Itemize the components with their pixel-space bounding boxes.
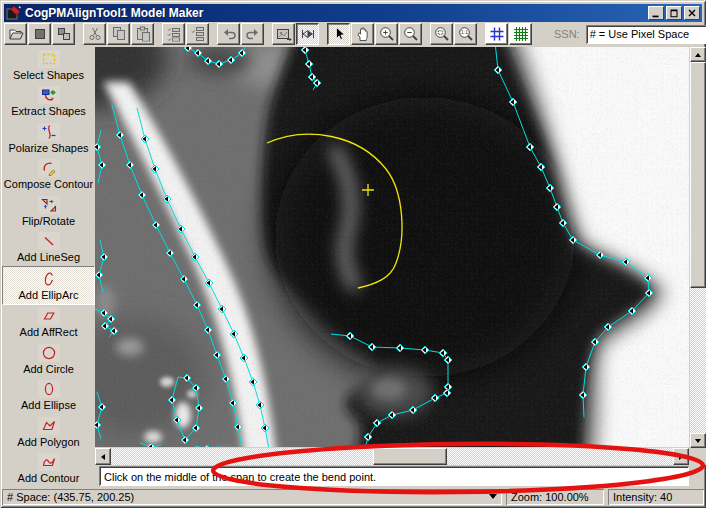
sidebar-item-label: Select Shapes <box>13 69 84 81</box>
undo-button[interactable] <box>217 23 240 45</box>
sidebar-item-add-elliparc[interactable]: Add EllipArc <box>2 266 95 305</box>
sidebar-item-label: Add EllipArc <box>19 289 79 301</box>
model-image-canvas[interactable] <box>95 47 689 447</box>
down-arrow-icon <box>695 439 701 446</box>
polarize-shapes-icon <box>38 123 60 141</box>
sidebar-item-polarize-shapes[interactable]: Polarize Shapes <box>2 120 95 157</box>
sidebar-item-label: Extract Shapes <box>11 105 86 117</box>
sidebar-item-add-lineseg[interactable]: Add LineSeg <box>2 230 95 267</box>
current-image-button[interactable] <box>28 23 51 45</box>
open-button[interactable] <box>4 23 27 45</box>
add-contour-icon <box>38 453 60 471</box>
sidebar-item-extract-shapes[interactable]: Extract Shapes <box>2 84 95 121</box>
sidebar-item-label: Add Circle <box>23 363 74 375</box>
pointer-icon <box>331 26 347 42</box>
add-elliparc-icon <box>38 270 60 288</box>
sidebar-item-add-polygon[interactable]: Add Polygon <box>2 414 95 451</box>
zoom-in-icon <box>379 26 395 42</box>
up-arrow-icon <box>695 50 701 57</box>
svg-text:1:1: 1:1 <box>461 29 468 35</box>
sidebar-item-compose-contour[interactable]: Compose Contour <box>2 157 95 194</box>
sidebar-item-add-circle[interactable]: Add Circle <box>2 341 95 378</box>
sidebar-item-label: Add Contour <box>18 472 80 484</box>
toolbar-group-6: 1:1 <box>430 23 478 45</box>
close-icon <box>686 7 698 19</box>
sidebar-item-label: Compose Contour <box>4 178 93 190</box>
grid-subpixel-icon <box>513 26 529 42</box>
redo-button[interactable] <box>241 23 264 45</box>
open-icon <box>8 26 24 42</box>
sidebar-item-add-ellipse[interactable]: Add Ellipse <box>2 378 95 415</box>
ssn-label: SSN: <box>554 28 580 40</box>
space-dropdown-icon[interactable] <box>489 494 497 503</box>
copy-shapes-button[interactable] <box>52 23 75 45</box>
intensity-value: Intensity: 40 <box>613 491 672 503</box>
paste-icon <box>135 26 151 42</box>
minimize-icon <box>650 7 662 19</box>
sidebar-item-add-contour[interactable]: Add Contour <box>2 451 95 488</box>
zoom-level: Zoom: 100.00% <box>511 491 589 503</box>
image-background <box>95 47 689 447</box>
scrollbar-corner <box>689 448 706 465</box>
zoom-out-button[interactable] <box>399 23 422 45</box>
extract-shapes-icon <box>38 86 60 104</box>
minimize-button[interactable] <box>648 6 664 20</box>
scroll-left-button[interactable] <box>95 448 111 465</box>
app-icon <box>6 5 22 21</box>
list-partial-button[interactable] <box>186 23 209 45</box>
close-button[interactable] <box>684 6 700 20</box>
add-lineseg-icon <box>38 232 60 250</box>
list-checked-icon <box>166 26 182 42</box>
sidebar-item-add-affrect[interactable]: Add AffRect <box>2 305 95 342</box>
add-affrect-icon <box>38 307 60 325</box>
display-image-button[interactable] <box>272 23 295 45</box>
pan-icon <box>355 26 371 42</box>
list-checked-button[interactable] <box>162 23 185 45</box>
zoom-in-button[interactable] <box>375 23 398 45</box>
title-bar[interactable]: CogPMAlignTool1 Model Maker <box>4 4 702 22</box>
pointer-button[interactable] <box>327 23 350 45</box>
toolbar-group-4 <box>272 23 320 45</box>
scroll-right-button[interactable] <box>673 448 689 465</box>
prompt-message: Click on the middle of the span to creat… <box>104 471 376 483</box>
grid-pixel-icon <box>489 26 505 42</box>
sidebar-item-flip-rotate[interactable]: Flip/Rotate <box>2 193 95 230</box>
toolbar-group-2 <box>162 23 210 45</box>
status-bar: # Space: (435.75, 200.25) Zoom: 100.00% … <box>0 487 706 506</box>
select-shapes-icon <box>38 50 60 68</box>
scroll-down-button[interactable] <box>690 433 706 448</box>
h-scroll-thumb[interactable] <box>373 448 447 465</box>
toolbar-group-5 <box>327 23 423 45</box>
zoom-window-button[interactable] <box>430 23 453 45</box>
list-partial-icon <box>190 26 206 42</box>
sidebar-item-label: Polarize Shapes <box>8 142 88 154</box>
toolbar-group-3 <box>217 23 265 45</box>
scroll-up-button[interactable] <box>690 47 706 62</box>
copy-button[interactable] <box>107 23 130 45</box>
sidebar-item-label: Add Polygon <box>17 436 79 448</box>
live-display-button[interactable] <box>296 23 319 45</box>
sidebar-item-label: Add Ellipse <box>21 399 76 411</box>
zoom-one-to-one-button[interactable]: 1:1 <box>454 23 477 45</box>
paste-button[interactable] <box>131 23 154 45</box>
grid-subpixel-button[interactable] <box>509 23 532 45</box>
grid-pixel-button[interactable] <box>485 23 508 45</box>
window-title: CogPMAlignTool1 Model Maker <box>25 6 646 20</box>
toolbar: 1:1SSN: <box>2 21 704 47</box>
maximize-button[interactable] <box>666 6 682 20</box>
sidebar-item-select-shapes[interactable]: Select Shapes <box>2 47 95 84</box>
zoom-window-icon <box>434 26 450 42</box>
zoom-out-icon <box>403 26 419 42</box>
display-image-icon <box>276 26 292 42</box>
compose-contour-icon <box>38 159 60 177</box>
cut-button[interactable] <box>83 23 106 45</box>
sidebar-item-label: Flip/Rotate <box>22 215 75 227</box>
right-arrow-icon <box>679 454 686 460</box>
redo-icon <box>245 26 261 42</box>
v-scroll-thumb[interactable] <box>690 62 706 288</box>
pan-button[interactable] <box>351 23 374 45</box>
undo-icon <box>221 26 237 42</box>
zoom-one-to-one-icon: 1:1 <box>458 26 474 42</box>
cut-icon <box>87 26 103 42</box>
ssn-input[interactable] <box>586 25 706 44</box>
